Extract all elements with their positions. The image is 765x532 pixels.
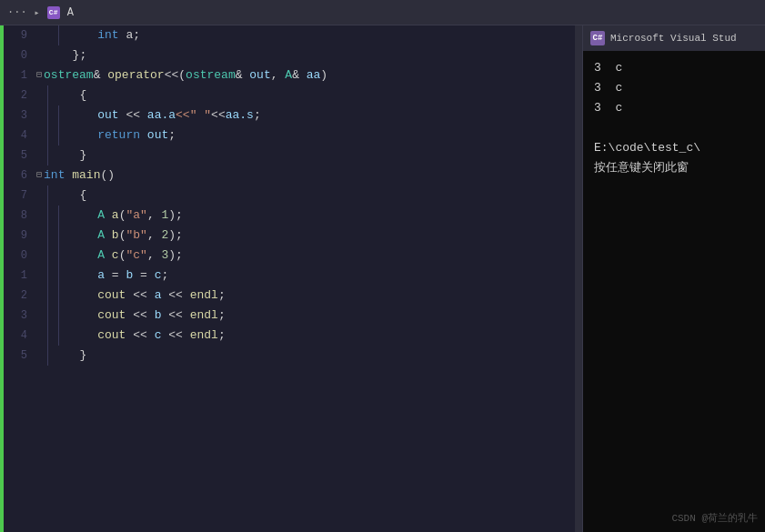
- code-content: int a; }; ⊟ ostream & operator << ( ostr…: [33, 25, 575, 532]
- line-num-5b: 5: [4, 346, 33, 366]
- code-line-0a: };: [36, 45, 575, 65]
- code-line-8a: A a ( "a" , 1 );: [36, 206, 575, 226]
- output-panel: C# Microsoft Visual Stud 3 c 3 c 3 c E:\…: [582, 25, 765, 532]
- fold-marker-1[interactable]: ⊟: [36, 65, 42, 85]
- line-num-1: 1: [4, 65, 33, 85]
- tab-filename: A: [67, 6, 74, 19]
- tab-icon: C#: [47, 6, 60, 19]
- line-num-5: 5: [4, 146, 33, 166]
- line-num-4b: 4: [4, 326, 33, 346]
- code-line-4a: return out ;: [36, 125, 575, 146]
- tab-label: ···: [7, 6, 27, 19]
- line-num-6: 6: [4, 166, 33, 186]
- fold-marker-6[interactable]: ⊟: [36, 166, 42, 186]
- code-line-6a: ⊟ int main (): [36, 166, 575, 186]
- line-num-0: 0: [4, 45, 33, 65]
- line-num-2b: 2: [4, 286, 33, 306]
- csdn-watermark: CSDN @荷兰的乳牛: [671, 511, 758, 525]
- code-line-0b: A c ( "c" , 3 );: [36, 246, 575, 266]
- line-num-3: 3: [4, 105, 33, 125]
- tab-area: ··· ▸ C# A: [7, 6, 74, 19]
- code-line-7a: {: [36, 186, 575, 206]
- output-line-path: E:\code\test_c\: [594, 138, 754, 158]
- output-line-blank: [594, 118, 754, 138]
- output-line-3: 3 c: [594, 98, 754, 118]
- tab-arrow: ▸: [35, 7, 40, 18]
- output-titlebar: C# Microsoft Visual Stud: [583, 25, 765, 51]
- code-line-5b: }: [36, 346, 575, 366]
- title-bar: ··· ▸ C# A: [0, 0, 765, 25]
- vertical-scrollbar[interactable]: [575, 25, 582, 532]
- output-line-close: 按任意键关闭此窗: [594, 158, 754, 178]
- code-line-2a: {: [36, 85, 575, 105]
- line-num-3b: 3: [4, 306, 33, 326]
- line-num-4: 4: [4, 125, 33, 146]
- main-area: 9 0 1 2 3 4 5 6 7 8 9 0 1 2 3 4 5: [0, 25, 765, 532]
- code-line-1a: ⊟ ostream & operator << ( ostream & out …: [36, 65, 575, 85]
- line-num-7: 7: [4, 186, 33, 206]
- line-num-2: 2: [4, 85, 33, 105]
- output-content: 3 c 3 c 3 c E:\code\test_c\ 按任意键关闭此窗: [583, 51, 765, 532]
- output-app-icon: C#: [590, 31, 605, 45]
- code-editor-panel: 9 0 1 2 3 4 5 6 7 8 9 0 1 2 3 4 5: [0, 25, 582, 532]
- code-line-4b: cout << c << endl ;: [36, 326, 575, 346]
- line-num-9: 9: [4, 25, 33, 45]
- code-line-5a: }: [36, 146, 575, 166]
- line-numbers-gutter: 9 0 1 2 3 4 5 6 7 8 9 0 1 2 3 4 5: [4, 25, 33, 532]
- keyword-int: int: [97, 25, 118, 45]
- code-line-9a: A b ( "b" , 2 );: [36, 226, 575, 246]
- line-num-0b: 0: [4, 246, 33, 266]
- code-line-3a: out << aa.a <<" " << aa.s ;: [36, 105, 575, 125]
- line-num-8: 8: [4, 206, 33, 226]
- code-line-2b: cout << a << endl ;: [36, 286, 575, 306]
- code-line-9: int a;: [36, 25, 575, 45]
- output-line-2: 3 c: [594, 78, 754, 98]
- code-line-3b: cout << b << endl ;: [36, 306, 575, 326]
- code-line-1b: a = b = c ;: [36, 266, 575, 286]
- line-num-1b: 1: [4, 266, 33, 286]
- line-num-9b: 9: [4, 226, 33, 246]
- output-line-1: 3 c: [594, 58, 754, 78]
- output-title: Microsoft Visual Stud: [610, 33, 737, 44]
